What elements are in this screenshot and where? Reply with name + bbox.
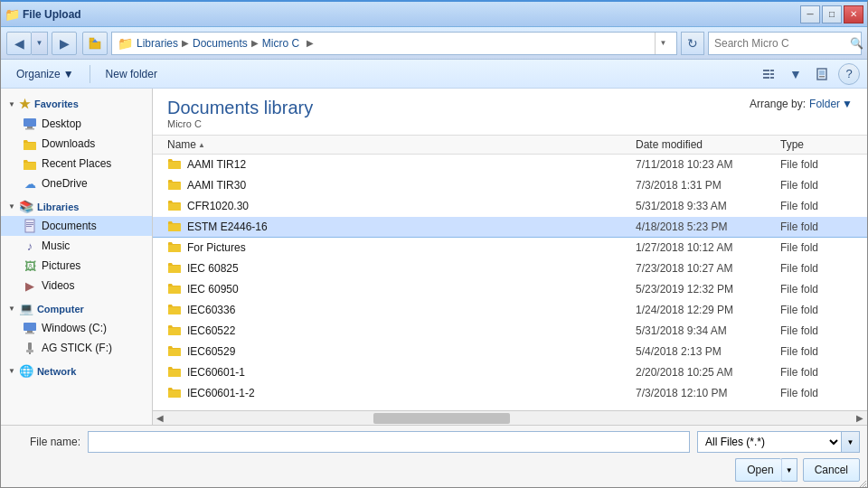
sidebar-item-onedrive[interactable]: ☁ OneDrive xyxy=(1,174,152,193)
file-name: IEC60522 xyxy=(167,324,636,338)
svg-rect-6 xyxy=(770,70,774,71)
window-controls: ─ □ ✕ xyxy=(800,5,863,23)
file-row[interactable]: IEC60601-1 2/20/2018 10:25 AM File fold xyxy=(153,362,867,383)
sidebar-item-documents[interactable]: Documents xyxy=(1,216,152,236)
column-date[interactable]: Date modified xyxy=(636,138,780,151)
minimize-button[interactable]: ─ xyxy=(800,5,820,23)
path-libraries[interactable]: Libraries xyxy=(137,37,178,50)
new-folder-button[interactable]: New folder xyxy=(98,64,165,84)
sidebar-item-desktop-label: Desktop xyxy=(42,117,81,130)
title-bar: 📁 File Upload ─ □ ✕ xyxy=(1,2,867,27)
view-dropdown-button[interactable]: ▼ xyxy=(784,63,807,85)
content-title: Documents library xyxy=(167,98,313,118)
h-scroll-right[interactable]: ▶ xyxy=(853,413,867,423)
file-row[interactable]: IEC 60950 5/23/2019 12:32 PM File fold xyxy=(153,279,867,300)
file-name-text: IEC60529 xyxy=(187,345,235,358)
close-button[interactable]: ✕ xyxy=(844,5,863,23)
filetype-dropdown-btn[interactable]: ▼ xyxy=(842,431,860,453)
file-row[interactable]: AAMI TIR12 7/11/2018 10:23 AM File fold xyxy=(153,155,867,175)
sidebar-section-favorites: ▼ ★ Favorites Desktop xyxy=(1,94,152,193)
view-details-button[interactable] xyxy=(757,63,780,85)
music-icon: ♪ xyxy=(23,239,37,253)
h-scroll-thumb[interactable] xyxy=(373,413,510,424)
svg-rect-22 xyxy=(28,343,32,350)
file-type: File fold xyxy=(780,345,853,358)
maximize-button[interactable]: □ xyxy=(822,5,842,23)
toolbar-right: ▼ ? xyxy=(757,63,860,85)
computer-icon: 💻 xyxy=(19,302,33,315)
filename-input[interactable] xyxy=(88,431,690,453)
favorites-header[interactable]: ▼ ★ Favorites xyxy=(1,94,152,114)
sidebar-item-downloads[interactable]: Downloads xyxy=(1,134,152,154)
svg-rect-14 xyxy=(25,128,34,130)
file-row[interactable]: CFR1020.30 5/31/2018 9:33 AM File fold xyxy=(153,196,867,217)
sidebar-item-windows-c[interactable]: Windows (C:) xyxy=(1,318,152,338)
file-row[interactable]: IEC60601-1-2 7/3/2018 12:10 PM File fold xyxy=(153,383,867,404)
file-name-text: IEC60336 xyxy=(187,304,235,316)
file-date: 4/18/2018 5:23 PM xyxy=(636,221,780,233)
bottom-bar: File name: All Files (*.*) ▼ Open ▼ Canc… xyxy=(1,425,867,487)
open-button[interactable]: Open xyxy=(735,458,780,482)
resize-handle[interactable] xyxy=(857,477,866,486)
file-row[interactable]: For Pictures 1/27/2018 10:12 AM File fol… xyxy=(153,238,867,258)
h-scroll-track[interactable] xyxy=(169,413,851,424)
file-date: 7/3/2018 1:31 PM xyxy=(636,179,780,192)
file-type: File fold xyxy=(780,283,853,296)
horizontal-scrollbar[interactable]: ◀ ▶ xyxy=(153,410,867,425)
file-row[interactable]: IEC60529 5/4/2018 2:13 PM File fold xyxy=(153,342,867,362)
open-dropdown[interactable]: ▼ xyxy=(781,458,797,482)
filename-row: File name: All Files (*.*) ▼ xyxy=(8,431,860,453)
help-button[interactable]: ? xyxy=(838,63,860,85)
sidebar-item-ag-stick[interactable]: AG STICK (F:) xyxy=(1,338,152,358)
file-list-container[interactable]: Name ▲ Date modified Type xyxy=(153,136,867,410)
file-name-text: CFR1020.30 xyxy=(187,200,249,212)
folder-icon xyxy=(167,178,182,192)
forward-button[interactable]: ▶ xyxy=(52,32,77,55)
file-row[interactable]: IEC 60825 7/23/2018 10:27 AM File fold xyxy=(153,258,867,279)
back-dropdown[interactable]: ▼ xyxy=(32,32,48,55)
arrange-by-button[interactable]: Folder ▼ xyxy=(809,98,853,110)
content-subtitle: Micro C xyxy=(167,118,313,129)
libraries-icon: 📚 xyxy=(19,200,33,213)
path-micro-c[interactable]: Micro C xyxy=(262,37,299,50)
sidebar-item-videos[interactable]: ▶ Videos xyxy=(1,276,152,296)
file-type: File fold xyxy=(780,366,853,379)
file-name: For Pictures xyxy=(167,240,636,255)
libraries-header[interactable]: ▼ 📚 Libraries xyxy=(1,197,152,216)
sidebar-item-music[interactable]: ♪ Music xyxy=(1,236,152,256)
organize-button[interactable]: Organize ▼ xyxy=(8,64,82,84)
file-row[interactable]: IEC60336 1/24/2018 12:29 PM File fold xyxy=(153,300,867,321)
file-name-text: AAMI TIR30 xyxy=(187,179,246,192)
path-documents[interactable]: Documents xyxy=(193,37,248,50)
path-dropdown[interactable]: ▼ xyxy=(655,33,671,54)
back-button[interactable]: ◀ xyxy=(6,32,32,55)
column-type[interactable]: Type xyxy=(780,138,853,151)
file-row[interactable]: IEC60522 5/31/2018 9:34 AM File fold xyxy=(153,321,867,342)
file-name: IEC60529 xyxy=(167,344,636,359)
sidebar-item-documents-label: Documents xyxy=(42,220,97,232)
address-path[interactable]: 📁 Libraries ▶ Documents ▶ Micro C ▶ ▼ xyxy=(111,32,677,55)
search-input[interactable] xyxy=(714,37,850,50)
sidebar-item-desktop[interactable]: Desktop xyxy=(1,114,152,134)
filetype-select[interactable]: All Files (*.*) xyxy=(697,431,842,453)
view-preview-button[interactable] xyxy=(811,63,835,85)
search-icon[interactable]: 🔍 xyxy=(850,37,863,50)
file-row[interactable]: AAMI TIR30 7/3/2018 1:31 PM File fold xyxy=(153,175,867,196)
content-header: Documents library Micro C Arrange by: Fo… xyxy=(153,89,867,136)
file-date: 5/4/2018 2:13 PM xyxy=(636,345,780,358)
action-row: Open ▼ Cancel xyxy=(8,458,860,482)
up-button[interactable] xyxy=(82,32,108,55)
column-name[interactable]: Name ▲ xyxy=(167,138,636,151)
h-scroll-left[interactable]: ◀ xyxy=(153,413,167,423)
cancel-button[interactable]: Cancel xyxy=(803,458,860,482)
file-row[interactable]: ESTM E2446-16 4/18/2018 5:23 PM File fol… xyxy=(153,217,867,238)
file-name-text: IEC60601-1-2 xyxy=(187,387,255,399)
network-header[interactable]: ▼ 🌐 Network xyxy=(1,361,152,380)
sidebar-item-pictures[interactable]: 🖼 Pictures xyxy=(1,256,152,276)
file-name: IEC 60825 xyxy=(167,261,636,276)
computer-header[interactable]: ▼ 💻 Computer xyxy=(1,299,152,318)
refresh-button[interactable]: ↻ xyxy=(681,32,704,55)
sidebar-item-onedrive-label: OneDrive xyxy=(42,177,88,190)
sidebar-item-recent[interactable]: Recent Places xyxy=(1,154,152,174)
organize-label: Organize xyxy=(16,68,61,80)
